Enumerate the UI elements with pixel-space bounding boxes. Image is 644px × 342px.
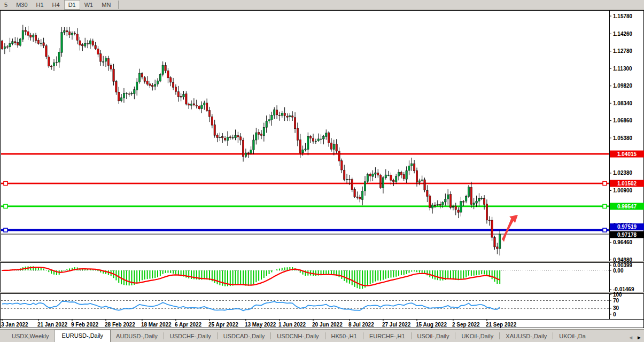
candle	[447, 195, 449, 199]
tab-separator	[363, 332, 363, 339]
candle	[68, 32, 70, 35]
tab-usdcad-daily[interactable]: USDCAD-,Daily	[218, 331, 270, 342]
price-axis-label: 1.06860	[613, 118, 633, 123]
candle	[260, 134, 262, 136]
timeframe-button-h4[interactable]: H4	[48, 0, 64, 10]
tab-hk50-h1[interactable]: HK50-,H1	[326, 331, 362, 342]
candle	[483, 198, 485, 204]
tab-usdx-weekly[interactable]: USDX,Weekly	[6, 331, 54, 342]
candle	[144, 77, 145, 81]
line-anchor-marker[interactable]	[4, 228, 7, 232]
line-anchor-marker[interactable]	[603, 228, 607, 232]
candle	[434, 205, 436, 206]
line-anchor-marker[interactable]	[603, 182, 607, 185]
tab-xauusd-daily[interactable]: XAUUSD-,Daily	[500, 331, 552, 342]
candle	[227, 137, 228, 141]
candle	[95, 45, 96, 49]
date-axis-label: 21 Sep 2022	[486, 322, 517, 328]
tab-usdcnh-daily[interactable]: USDCNH-,Daily	[271, 331, 324, 342]
candle	[263, 127, 265, 136]
candle	[134, 90, 135, 94]
candle	[320, 139, 322, 139]
candle	[317, 139, 319, 141]
candle	[245, 153, 246, 157]
candle	[204, 103, 205, 105]
timeframe-button-mn[interactable]: MN	[97, 0, 115, 10]
timeframe-button-w1[interactable]: W1	[80, 0, 98, 10]
tab-usoil-daily[interactable]: USOil-,Daily	[412, 331, 455, 342]
candle	[408, 166, 410, 170]
macd-axis-label: 0.00	[613, 268, 624, 274]
candle	[445, 199, 446, 202]
date-axis-label: 21 Jan 2022	[37, 322, 68, 328]
line-anchor-marker[interactable]	[603, 205, 607, 208]
candle	[25, 30, 26, 32]
candle	[439, 204, 441, 205]
tabs-scroll-right-icon[interactable]: ►	[637, 335, 642, 340]
price-axis-label: 1.02380	[613, 170, 633, 176]
tab-separator	[217, 332, 218, 339]
candle	[418, 181, 420, 182]
candle	[330, 143, 332, 149]
candle	[309, 136, 311, 138]
timeframe-toolbar: 5M30H1H4D1W1MN	[0, 0, 644, 10]
candle	[152, 85, 153, 87]
candle	[53, 63, 55, 66]
candle	[113, 69, 114, 81]
timeframe-button-m30[interactable]: M30	[12, 0, 32, 10]
tab-ukoil-daily[interactable]: UKOil-,Daily	[456, 331, 499, 342]
candle	[193, 104, 195, 105]
date-axis-label: 20 Jun 2022	[312, 322, 343, 328]
timeframe-button-d1[interactable]: D1	[64, 0, 80, 10]
candle	[102, 61, 104, 62]
candle	[66, 30, 68, 32]
candle	[437, 205, 438, 205]
candle	[232, 137, 234, 138]
candle	[424, 180, 425, 190]
candle	[294, 118, 296, 129]
candle	[162, 65, 164, 74]
candle	[481, 198, 483, 199]
tab-separator	[411, 332, 412, 339]
candle	[149, 84, 151, 86]
candle	[167, 71, 169, 78]
candle	[216, 135, 218, 138]
line-anchor-marker[interactable]	[4, 205, 7, 208]
panel-splitter[interactable]	[0, 292, 644, 293]
tab-ukoil-da[interactable]: UKOil-,Da	[554, 331, 591, 342]
candle	[463, 201, 464, 202]
candle	[71, 33, 73, 35]
date-axis-label: 28 Feb 2022	[105, 322, 135, 328]
tab-eurchf-h1[interactable]: EURCHF-,H1	[364, 331, 410, 342]
timeframe-button-h1[interactable]: H1	[32, 0, 48, 10]
price-line-label-text: 0.97519	[617, 224, 637, 230]
tab-audusd-daily[interactable]: AUDUSD-,Daily	[111, 331, 163, 342]
candle	[201, 105, 203, 109]
tab-eurusd-daily[interactable]: EURUSD-,Daily	[54, 330, 111, 342]
candle	[361, 191, 363, 200]
tabs-scroll-left-icon[interactable]: ◄	[628, 335, 633, 340]
timeframe-button-5[interactable]: 5	[0, 0, 12, 10]
candle	[348, 179, 350, 180]
candle	[22, 30, 24, 40]
line-anchor-marker[interactable]	[4, 182, 7, 185]
panel-splitter[interactable]	[0, 261, 644, 262]
tab-usdchf-daily[interactable]: USDCHF-,Daily	[165, 331, 216, 342]
candle	[100, 54, 102, 62]
candle	[61, 33, 63, 52]
chart-canvas[interactable]: 1.157801.142601.127801.113001.098201.083…	[0, 0, 644, 342]
candle	[175, 87, 176, 92]
candle	[219, 137, 221, 138]
price-line-label-text: 0.97178	[617, 232, 637, 238]
candle	[37, 40, 39, 43]
candle	[138, 73, 140, 82]
candle	[6, 46, 8, 47]
candle	[185, 94, 187, 104]
candle	[92, 41, 94, 45]
candle	[48, 57, 50, 66]
candle	[297, 128, 298, 141]
candle	[278, 115, 280, 115]
candle	[325, 133, 327, 136]
candle	[364, 182, 366, 191]
date-axis-label: 2 Sep 2022	[452, 322, 480, 328]
